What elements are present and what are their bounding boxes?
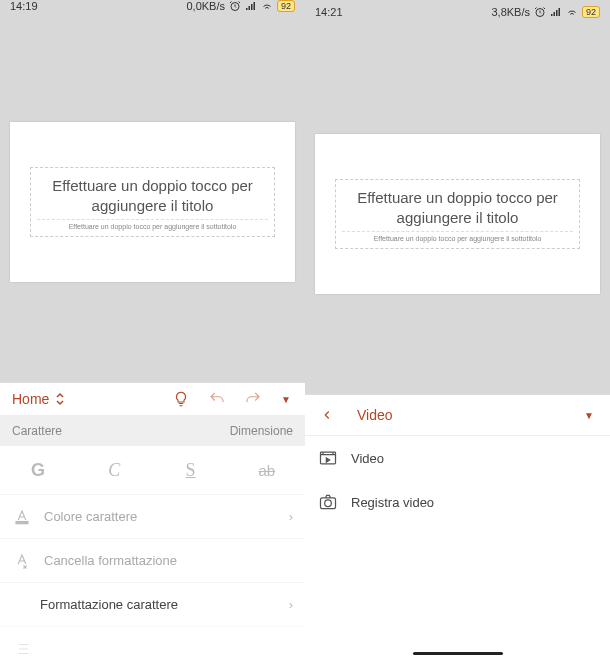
status-time: 14:19 (10, 0, 38, 12)
signal-icon (245, 0, 257, 12)
font-color-icon (12, 508, 32, 526)
updown-icon (55, 392, 65, 406)
chevron-right-icon: › (289, 597, 293, 612)
status-bar: 14:21 3,8KB/s 92 (305, 0, 610, 24)
placeholder-box[interactable]: Effettuare un doppio tocco per aggiunger… (30, 167, 275, 237)
char-format-row[interactable]: Formattazione carattere › (0, 582, 305, 626)
back-button[interactable] (311, 399, 343, 431)
alarm-icon (534, 6, 546, 18)
tab-selector[interactable]: Home (6, 387, 71, 411)
tab-label[interactable]: Video (347, 407, 403, 423)
font-color-label: Colore carattere (44, 509, 137, 524)
section-header: Carattere Dimensione (0, 416, 305, 446)
subtitle-placeholder[interactable]: Effettuare un doppio tocco per aggiunger… (37, 223, 268, 230)
record-label: Registra video (351, 495, 434, 510)
char-format-label: Formattazione carattere (40, 597, 178, 612)
tab-label: Home (12, 391, 49, 407)
underline-button[interactable]: S (153, 446, 229, 494)
section-right: Dimensione (230, 424, 293, 438)
ribbon-toolbar: Video ▼ (305, 394, 610, 436)
list-icon (12, 640, 32, 658)
svg-point-5 (325, 500, 332, 507)
wifi-icon (566, 6, 578, 18)
chevron-right-icon: › (289, 509, 293, 524)
italic-button[interactable]: C (76, 446, 152, 494)
cutoff-row (0, 626, 305, 660)
status-right: 3,8KB/s 92 (491, 6, 600, 18)
video-panel: Video Registra video (305, 436, 610, 646)
lightbulb-button[interactable] (165, 383, 197, 415)
status-net: 0,0KB/s (186, 0, 225, 12)
video-icon (317, 448, 339, 468)
title-placeholder[interactable]: Effettuare un doppio tocco per aggiunger… (37, 176, 268, 220)
insert-video-row[interactable]: Video (305, 436, 610, 480)
svg-rect-1 (16, 521, 28, 523)
record-video-row[interactable]: Registra video (305, 480, 610, 524)
slide[interactable]: Effettuare un doppio tocco per aggiunger… (315, 134, 600, 294)
camera-icon (317, 492, 339, 512)
bold-button[interactable]: G (0, 446, 76, 494)
ribbon-toolbar: Home ▼ (0, 382, 305, 416)
video-label: Video (351, 451, 384, 466)
left-phone: 14:19 0,0KB/s 92 Effettuare un doppio to… (0, 0, 305, 660)
format-buttons-row: G C S ab (0, 446, 305, 494)
status-net: 3,8KB/s (491, 6, 530, 18)
undo-button[interactable] (201, 383, 233, 415)
signal-icon (550, 6, 562, 18)
section-left: Carattere (12, 424, 62, 438)
title-placeholder[interactable]: Effettuare un doppio tocco per aggiunger… (342, 188, 573, 232)
home-indicator (305, 646, 610, 660)
overflow-caret[interactable]: ▼ (273, 394, 299, 405)
slide-canvas[interactable]: Effettuare un doppio tocco per aggiunger… (0, 12, 305, 382)
overflow-caret[interactable]: ▼ (574, 410, 604, 421)
subtitle-placeholder[interactable]: Effettuare un doppio tocco per aggiunger… (342, 235, 573, 242)
redo-button[interactable] (237, 383, 269, 415)
clear-format-icon (12, 552, 32, 570)
status-bar: 14:19 0,0KB/s 92 (0, 0, 305, 12)
slide-canvas[interactable]: Effettuare un doppio tocco per aggiunger… (305, 24, 610, 394)
status-time: 14:21 (315, 6, 343, 18)
wifi-icon (261, 0, 273, 12)
clear-format-row[interactable]: Cancella formattazione (0, 538, 305, 582)
battery-indicator: 92 (582, 6, 600, 18)
alarm-icon (229, 0, 241, 12)
strike-button[interactable]: ab (229, 446, 305, 494)
slide[interactable]: Effettuare un doppio tocco per aggiunger… (10, 122, 295, 282)
placeholder-box[interactable]: Effettuare un doppio tocco per aggiunger… (335, 179, 580, 249)
status-right: 0,0KB/s 92 (186, 0, 295, 12)
font-color-row[interactable]: Colore carattere › (0, 494, 305, 538)
right-phone: 14:21 3,8KB/s 92 Effettuare un doppio to… (305, 0, 610, 660)
clear-format-label: Cancella formattazione (44, 553, 177, 568)
battery-indicator: 92 (277, 0, 295, 12)
format-panel: Carattere Dimensione G C S ab Colore car… (0, 416, 305, 660)
